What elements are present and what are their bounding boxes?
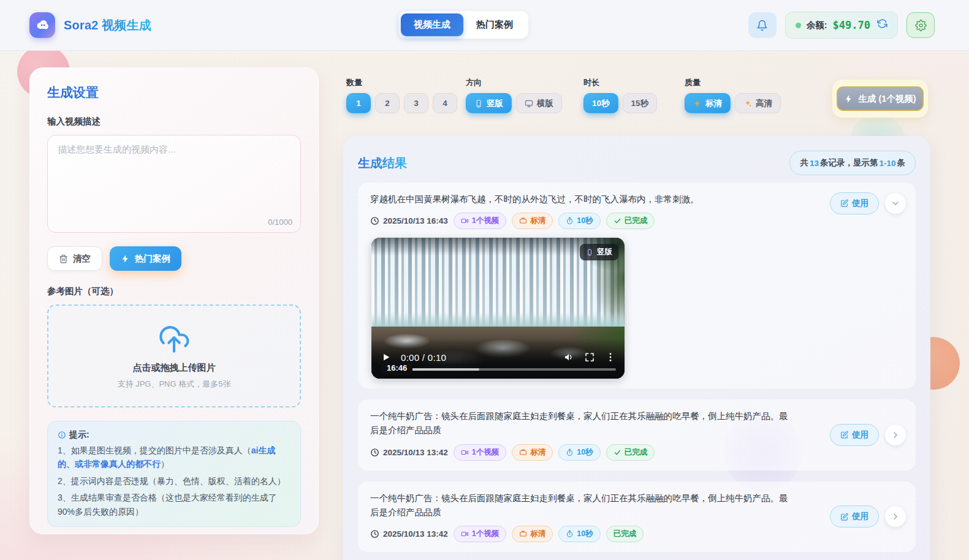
- quality-label: 质量: [685, 77, 781, 88]
- volume-button[interactable]: [563, 352, 574, 363]
- orientation-option-2[interactable]: 横版: [516, 93, 562, 113]
- badge-label: 1个视频: [472, 529, 499, 539]
- status-badge: 标清: [512, 444, 553, 461]
- video-player[interactable]: 竖版0:00 / 0:1016:46: [371, 238, 625, 379]
- lightning-icon: [844, 94, 853, 104]
- badge-label: 10秒: [577, 216, 593, 226]
- app-root: Sora2 视频生成 视频生成热门案例 余额: $49.70 生成设置 输入视频…: [0, 0, 969, 560]
- hot-cases-button[interactable]: 热门案例: [110, 246, 181, 271]
- use-button[interactable]: 使用: [830, 505, 880, 528]
- status-badge: 已完成: [606, 444, 655, 461]
- result-timestamp: 2025/10/13 16:43: [370, 216, 448, 225]
- duration-option-label: 15秒: [631, 98, 649, 109]
- quantity-option-2[interactable]: 2: [375, 93, 400, 113]
- tv-icon: [519, 217, 527, 225]
- expand-chevron-button[interactable]: [885, 506, 906, 527]
- tips-title: 提示:: [58, 429, 291, 441]
- result-actions: 使用: [830, 505, 906, 528]
- tip-line: 2、提示词内容是否违规（暴力、色情、版权、活着的名人）: [58, 474, 291, 488]
- video-progress-bar[interactable]: [412, 368, 616, 371]
- expand-chevron-button[interactable]: [885, 425, 906, 445]
- header-actions: 余额: $49.70: [748, 12, 935, 39]
- settings-buttons-row: 清空 热门案例: [47, 246, 301, 271]
- duration-options: 10秒15秒: [583, 93, 657, 113]
- tips-title-label: 提示:: [69, 429, 89, 441]
- refresh-icon: [877, 18, 887, 29]
- description-input[interactable]: [47, 135, 301, 233]
- records-text: 共: [800, 157, 808, 168]
- brand: Sora2 视频生成: [29, 12, 151, 38]
- lightning-icon: [693, 99, 702, 108]
- duration-option-1[interactable]: 10秒: [583, 93, 618, 113]
- orientation-option-1[interactable]: 竖版: [466, 93, 512, 113]
- stopwatch-icon: [566, 530, 574, 538]
- seek-timestamp-tooltip: 16:46: [381, 361, 412, 375]
- use-button-label: 使用: [852, 429, 868, 441]
- result-actions: 使用: [830, 192, 906, 214]
- status-badge: 10秒: [558, 526, 600, 542]
- video-camera-icon: [461, 217, 469, 225]
- app-logo-icon: [29, 12, 55, 38]
- clear-button[interactable]: 清空: [47, 246, 102, 271]
- refresh-balance-button[interactable]: [877, 18, 887, 32]
- fullscreen-button[interactable]: [584, 352, 595, 363]
- settings-button[interactable]: [906, 12, 935, 38]
- timestamp-text: 2025/10/13 13:42: [383, 529, 448, 539]
- quantity-option-4[interactable]: 4: [433, 93, 457, 113]
- edit-icon: [840, 199, 849, 208]
- duration-option-label: 10秒: [592, 98, 610, 109]
- duration-option-2[interactable]: 15秒: [623, 93, 658, 113]
- tv-icon: [519, 530, 527, 538]
- badge-label: 标清: [530, 216, 545, 226]
- edit-icon: [840, 513, 849, 521]
- badge-label: 已完成: [625, 216, 648, 226]
- orientation-option-group: 方向 竖版横版: [466, 77, 562, 113]
- edit-icon: [840, 431, 849, 439]
- monitor-icon: [525, 99, 533, 108]
- result-timestamp: 2025/10/13 13:42: [370, 448, 448, 457]
- tab-hot-cases[interactable]: 热门案例: [463, 13, 526, 36]
- app-title: Sora2 视频生成: [64, 17, 151, 34]
- generate-button[interactable]: 生成 (1个视频): [837, 86, 924, 111]
- quantity-option-1[interactable]: 1: [346, 93, 371, 113]
- status-badge: 标清: [512, 526, 553, 542]
- quality-option-2[interactable]: 高清: [735, 93, 781, 113]
- quality-option-1[interactable]: 标清: [685, 93, 731, 113]
- notifications-button[interactable]: [748, 12, 777, 38]
- records-count: 13: [810, 159, 819, 168]
- collapse-chevron-button[interactable]: [885, 193, 906, 214]
- use-button[interactable]: 使用: [830, 192, 880, 214]
- badge-label: 1个视频: [472, 216, 499, 226]
- status-badge: 10秒: [558, 444, 600, 461]
- quantity-option-label: 3: [414, 99, 419, 108]
- more-options-button[interactable]: [605, 352, 616, 363]
- result-item: 一个纯牛奶广告：镜头在后面跟随家庭主妇走到餐桌，家人们正在其乐融融的吃早餐，倒上…: [358, 399, 916, 470]
- result-prompt: 一个纯牛奶广告：镜头在后面跟随家庭主妇走到餐桌，家人们正在其乐融融的吃早餐，倒上…: [370, 491, 903, 520]
- quantity-option-label: 2: [385, 99, 390, 108]
- tv-icon: [519, 448, 527, 456]
- results-list: 穿越机在中国黄果树瀑布飞越，不时的从外边飞过，不时的飞入瀑布内，非常刺激。202…: [358, 183, 916, 560]
- image-upload-dropzone[interactable]: 点击或拖拽上传图片 支持 JPG、PNG 格式，最多5张: [47, 305, 301, 407]
- result-actions: 使用: [830, 424, 906, 446]
- balance-label: 余额:: [807, 20, 827, 31]
- upload-hint: 支持 JPG、PNG 格式，最多5张: [118, 379, 231, 390]
- badge-label: 标清: [530, 447, 545, 458]
- quantity-option-label: 1: [356, 99, 361, 108]
- tab-video-generation[interactable]: 视频生成: [401, 13, 463, 36]
- tip-text: 2、提示词内容是否违规（暴力、色情、版权、活着的名人）: [58, 476, 286, 486]
- quantity-option-3[interactable]: 3: [404, 93, 428, 113]
- result-meta: 2025/10/13 16:431个视频标清10秒已完成: [370, 213, 903, 229]
- badge-label: 10秒: [577, 529, 593, 539]
- tip-text: ）: [161, 459, 169, 469]
- result-item: 一个纯牛奶广告：镜头在后面跟随家庭主妇走到餐桌，家人们正在其乐融融的吃早餐，倒上…: [358, 482, 916, 552]
- use-button[interactable]: 使用: [830, 424, 880, 446]
- video-controls-row: 0:00 / 0:10: [381, 352, 616, 363]
- balance-pill: 余额: $49.70: [785, 12, 898, 39]
- badge-label: 已完成: [625, 447, 648, 458]
- cloud-upload-icon: [158, 323, 190, 355]
- clock-icon: [370, 216, 379, 225]
- chevron-right-icon: [891, 512, 900, 521]
- chevron-right-icon: [891, 430, 900, 440]
- settings-title: 生成设置: [47, 84, 301, 101]
- result-meta: 2025/10/13 13:421个视频标清10秒已完成: [370, 444, 903, 461]
